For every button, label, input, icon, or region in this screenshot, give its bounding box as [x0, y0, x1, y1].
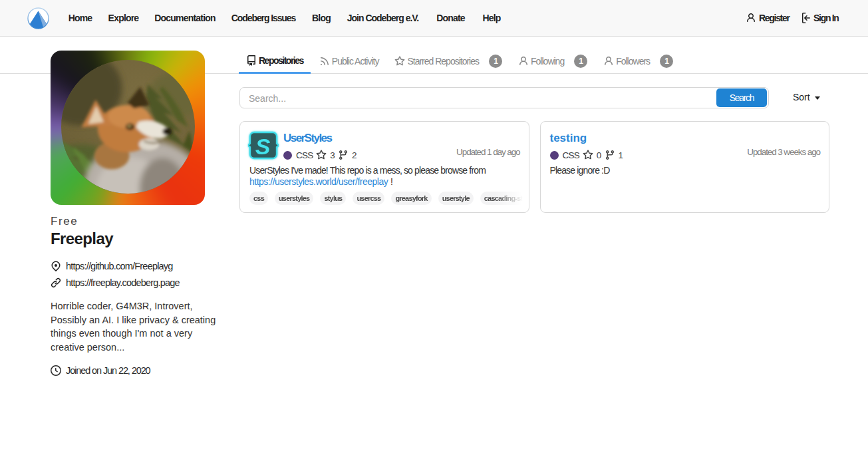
svg-text:S: S — [255, 134, 271, 159]
